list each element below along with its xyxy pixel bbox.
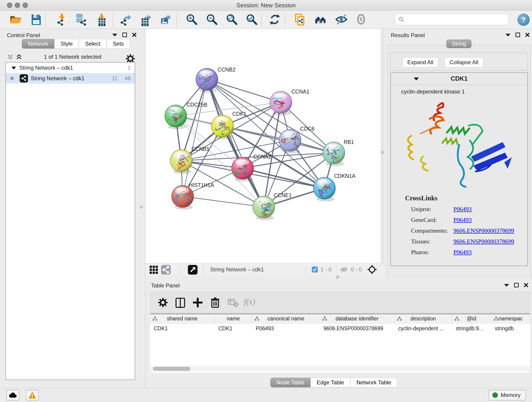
node-CDC25B[interactable] [165,105,187,129]
zoom-out-icon[interactable] [206,13,219,27]
close-table-icon[interactable] [524,283,528,287]
hide-selected-eye-icon[interactable] [335,13,348,27]
table-cell[interactable]: CDK1 [150,323,215,333]
edge-CCNE1-HIST1H1A[interactable] [183,196,264,207]
node-HIST1H1A[interactable] [172,185,195,210]
search-input[interactable] [404,16,508,23]
float-results-icon[interactable] [505,33,510,36]
maximize-table-icon[interactable] [514,283,519,287]
tab-node-table[interactable]: Node Table [270,378,310,387]
import-network-icon[interactable] [56,13,69,27]
open-in-new-window-icon[interactable] [188,265,197,274]
tab-select[interactable]: Select [79,39,107,49]
node-CCNA2[interactable] [232,157,254,182]
float-table-icon[interactable] [504,283,509,287]
function-builder-icon-disabled[interactable]: f(x) [244,297,264,308]
crosslink-link[interactable]: P06493 [453,206,472,213]
table-cell[interactable]: stringdb [491,323,530,333]
table-cell[interactable]: P06493 [252,323,320,333]
tab-network[interactable]: Network [22,39,54,49]
edge-CCNB2-CCNE1[interactable] [207,79,264,207]
network-collection-row[interactable]: String Network – cdk1 1 [6,63,135,73]
float-panel-icon[interactable] [112,33,117,36]
expand-all-button[interactable]: Expand All [403,57,438,67]
network-canvas[interactable]: CCNB2CCNA1CDC25BCDK1CDC6RB1CCNB1CCNA2CDK… [146,29,381,263]
column-header-description[interactable]: description [394,314,452,323]
toolbar-separator [261,13,262,27]
tab-sets[interactable]: Sets [107,39,130,49]
network-row-label: String Network – cdk1 [31,75,85,82]
right-splitter[interactable] [381,29,384,263]
tab-network-table[interactable]: Network Table [350,378,398,387]
show-eye-icon[interactable] [355,13,368,27]
node-CCNA1[interactable] [270,91,292,115]
column-header-namespac[interactable]: namespac [491,314,530,323]
tab-style[interactable]: Style [54,39,79,49]
warnings-button[interactable] [26,390,39,400]
birdseye-crosshair-icon[interactable] [367,265,377,274]
table-hscrollbar[interactable] [150,366,530,372]
memory-button[interactable]: Memory [489,390,526,400]
export-network-icon[interactable] [119,13,133,27]
open-folder-icon[interactable] [9,13,22,27]
delete-table-icon-disabled[interactable] [227,297,239,308]
column-header-canonical-name[interactable]: canonical name [252,314,320,323]
crosslink-link[interactable]: P06493 [453,217,472,223]
crosslink-link[interactable]: 9606.ENSP00000378699 [453,227,514,234]
grid-view-icon[interactable] [149,265,158,274]
table-row[interactable]: CDK1CDK1P064939606.ENSP00000378699cyclin… [150,323,530,333]
table-cell[interactable]: 9606.ENSP00000378699 [320,323,394,333]
network-view-toolbar: String Network – cdk1 1 - 0 0 - 0 [146,263,384,275]
import-table-icon[interactable] [95,13,109,27]
zoom-fit-icon[interactable] [226,13,239,27]
search-field[interactable] [395,14,509,25]
add-column-icon[interactable] [192,297,203,308]
table-cell[interactable]: cyclin-dependent ... [394,323,452,333]
table-gear-icon[interactable] [157,297,169,308]
show-columns-icon[interactable] [175,297,186,308]
network-row-selected[interactable]: String Network – cdk1 11 48 [6,73,135,84]
node-CDK1[interactable] [211,115,234,139]
close-results-icon[interactable] [525,32,530,37]
left-splitter-handle[interactable] [140,205,143,209]
collection-expand-icon[interactable] [12,66,16,70]
maximize-results-icon[interactable] [515,32,520,37]
snapshot-houses-icon[interactable] [314,13,328,27]
maximize-panel-icon[interactable] [122,32,127,37]
selected-checkbox-icon[interactable] [312,267,318,273]
right-splitter-handle[interactable] [381,151,384,154]
edge-CCNB2-HIST1H1A[interactable] [183,79,207,196]
node-CDKN1A[interactable] [313,177,336,201]
table-cell[interactable]: stringdb:9... [452,323,491,333]
column-header-database-identifier[interactable]: database identifier [320,314,394,323]
table-hscrollbar-thumb[interactable] [153,367,190,371]
export-table-icon[interactable] [139,13,152,27]
string-network-badge-icon[interactable] [161,265,171,274]
horizontal-splitter-handle[interactable] [336,275,339,279]
column-header--id[interactable]: @id [452,314,491,323]
clone-network-icon[interactable] [294,13,307,27]
delete-column-trash-icon[interactable] [209,297,221,308]
close-panel-icon[interactable] [132,32,137,37]
zoom-in-icon[interactable] [186,13,199,27]
edge-CCNB2-CCNA1[interactable] [207,79,281,102]
refresh-icon[interactable] [268,13,282,27]
tab-string[interactable]: String [446,39,472,48]
node-CCNE1[interactable] [253,196,275,220]
help-button[interactable]: ? [517,13,530,26]
crosslink-link[interactable]: 9606.ENSP00000378699 [453,238,514,245]
node-CCNB1[interactable] [170,150,192,174]
cloud-button[interactable] [6,390,19,400]
table-cell[interactable]: CDK1 [215,323,252,333]
column-header-name[interactable]: name [215,314,252,323]
zoom-selected-icon[interactable] [246,13,259,27]
save-icon[interactable] [30,13,43,27]
column-header-shared-name[interactable]: shared name [150,314,215,323]
tab-edge-table[interactable]: Edge Table [310,378,350,387]
node-RB1[interactable] [323,142,345,166]
collapse-all-button[interactable]: Collapse All [444,57,483,67]
node-entry-header[interactable]: CDK1 [391,73,527,85]
export-image-icon[interactable] [159,13,172,27]
import-database-icon[interactable] [75,13,88,27]
crosslink-link[interactable]: P06493 [453,249,472,256]
